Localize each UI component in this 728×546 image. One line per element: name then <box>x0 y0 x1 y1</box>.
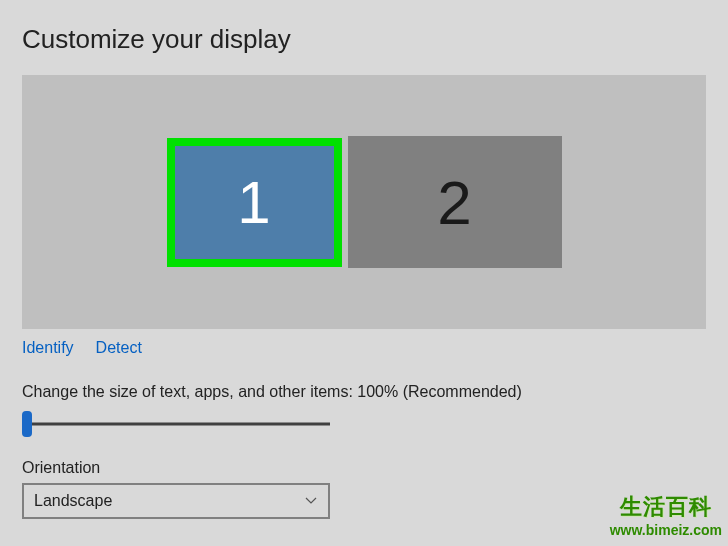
scale-label: Change the size of text, apps, and other… <box>22 383 706 401</box>
page-title: Customize your display <box>22 24 706 55</box>
monitor-group: 1 2 <box>167 136 562 268</box>
monitor-1-label: 1 <box>237 168 270 237</box>
scale-slider[interactable] <box>22 411 330 437</box>
slider-thumb[interactable] <box>22 411 32 437</box>
monitor-2[interactable]: 2 <box>348 136 562 268</box>
orientation-selected: Landscape <box>34 492 112 510</box>
watermark: 生活百科 www.bimeiz.com <box>610 492 722 538</box>
slider-track <box>22 423 330 426</box>
display-arrangement-area[interactable]: 1 2 <box>22 75 706 329</box>
orientation-dropdown[interactable]: Landscape <box>22 483 330 519</box>
scale-section: Change the size of text, apps, and other… <box>22 383 706 437</box>
monitor-1[interactable]: 1 <box>167 138 342 267</box>
identify-link[interactable]: Identify <box>22 339 74 357</box>
watermark-text: 生活百科 <box>610 492 722 522</box>
orientation-label: Orientation <box>22 459 706 477</box>
orientation-section: Orientation Landscape <box>22 459 706 519</box>
display-links: Identify Detect <box>22 339 706 357</box>
chevron-down-icon <box>304 494 318 508</box>
detect-link[interactable]: Detect <box>96 339 142 357</box>
monitor-2-label: 2 <box>437 167 471 238</box>
watermark-url: www.bimeiz.com <box>610 522 722 538</box>
